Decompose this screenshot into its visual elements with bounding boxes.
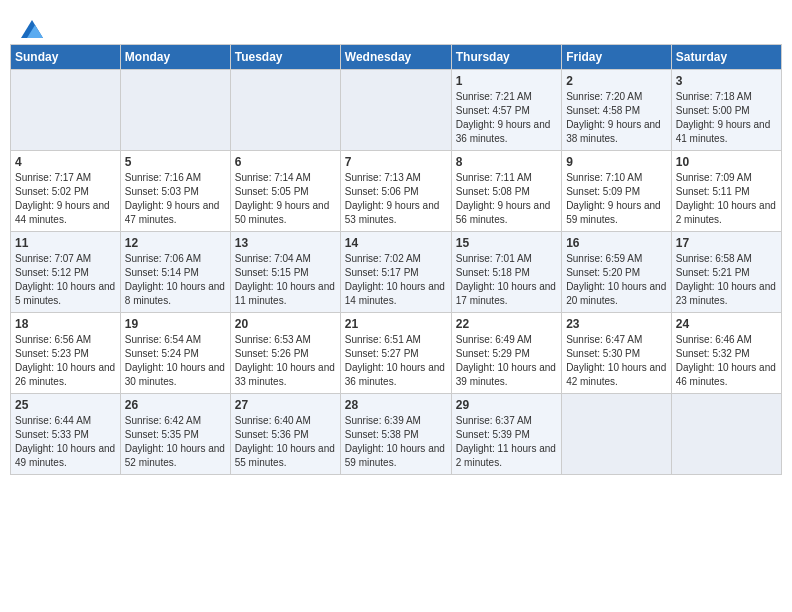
day-info: Sunrise: 7:07 AMSunset: 5:12 PMDaylight:… [15,252,116,308]
day-info: Sunrise: 6:47 AMSunset: 5:30 PMDaylight:… [566,333,667,389]
calendar-day-cell [11,70,121,151]
day-info: Sunrise: 6:46 AMSunset: 5:32 PMDaylight:… [676,333,777,389]
day-info: Sunrise: 7:01 AMSunset: 5:18 PMDaylight:… [456,252,557,308]
day-info: Sunrise: 7:16 AMSunset: 5:03 PMDaylight:… [125,171,226,227]
calendar-day-cell: 1Sunrise: 7:21 AMSunset: 4:57 PMDaylight… [451,70,561,151]
calendar-day-cell: 18Sunrise: 6:56 AMSunset: 5:23 PMDayligh… [11,313,121,394]
day-info: Sunrise: 6:53 AMSunset: 5:26 PMDaylight:… [235,333,336,389]
day-info: Sunrise: 6:58 AMSunset: 5:21 PMDaylight:… [676,252,777,308]
day-of-week-header: Sunday [11,45,121,70]
day-number: 16 [566,236,667,250]
day-number: 18 [15,317,116,331]
calendar-day-cell: 5Sunrise: 7:16 AMSunset: 5:03 PMDaylight… [120,151,230,232]
calendar-day-cell: 27Sunrise: 6:40 AMSunset: 5:36 PMDayligh… [230,394,340,475]
day-number: 3 [676,74,777,88]
logo-icon [21,20,43,38]
day-number: 25 [15,398,116,412]
calendar-day-cell: 4Sunrise: 7:17 AMSunset: 5:02 PMDaylight… [11,151,121,232]
calendar-day-cell: 24Sunrise: 6:46 AMSunset: 5:32 PMDayligh… [671,313,781,394]
calendar-day-cell: 15Sunrise: 7:01 AMSunset: 5:18 PMDayligh… [451,232,561,313]
day-number: 13 [235,236,336,250]
day-number: 28 [345,398,447,412]
day-info: Sunrise: 6:44 AMSunset: 5:33 PMDaylight:… [15,414,116,470]
calendar-day-cell [671,394,781,475]
day-of-week-header: Monday [120,45,230,70]
day-number: 4 [15,155,116,169]
day-number: 8 [456,155,557,169]
calendar-day-cell: 6Sunrise: 7:14 AMSunset: 5:05 PMDaylight… [230,151,340,232]
day-info: Sunrise: 6:49 AMSunset: 5:29 PMDaylight:… [456,333,557,389]
day-number: 17 [676,236,777,250]
calendar-day-cell [120,70,230,151]
calendar-day-cell: 17Sunrise: 6:58 AMSunset: 5:21 PMDayligh… [671,232,781,313]
day-info: Sunrise: 7:20 AMSunset: 4:58 PMDaylight:… [566,90,667,146]
day-number: 1 [456,74,557,88]
day-of-week-header: Wednesday [340,45,451,70]
calendar-week-row: 1Sunrise: 7:21 AMSunset: 4:57 PMDaylight… [11,70,782,151]
day-info: Sunrise: 7:13 AMSunset: 5:06 PMDaylight:… [345,171,447,227]
page-header [10,10,782,39]
calendar-day-cell [230,70,340,151]
day-number: 5 [125,155,226,169]
day-info: Sunrise: 6:40 AMSunset: 5:36 PMDaylight:… [235,414,336,470]
calendar-day-cell: 20Sunrise: 6:53 AMSunset: 5:26 PMDayligh… [230,313,340,394]
calendar-day-cell: 21Sunrise: 6:51 AMSunset: 5:27 PMDayligh… [340,313,451,394]
day-number: 20 [235,317,336,331]
day-of-week-header: Thursday [451,45,561,70]
day-number: 9 [566,155,667,169]
logo [20,20,43,34]
day-number: 15 [456,236,557,250]
calendar-day-cell: 14Sunrise: 7:02 AMSunset: 5:17 PMDayligh… [340,232,451,313]
day-of-week-header: Tuesday [230,45,340,70]
day-of-week-header: Friday [562,45,672,70]
day-info: Sunrise: 7:21 AMSunset: 4:57 PMDaylight:… [456,90,557,146]
calendar-day-cell: 19Sunrise: 6:54 AMSunset: 5:24 PMDayligh… [120,313,230,394]
calendar-day-cell: 22Sunrise: 6:49 AMSunset: 5:29 PMDayligh… [451,313,561,394]
day-info: Sunrise: 7:10 AMSunset: 5:09 PMDaylight:… [566,171,667,227]
day-number: 26 [125,398,226,412]
calendar-day-cell: 10Sunrise: 7:09 AMSunset: 5:11 PMDayligh… [671,151,781,232]
calendar-day-cell: 3Sunrise: 7:18 AMSunset: 5:00 PMDaylight… [671,70,781,151]
calendar-day-cell: 7Sunrise: 7:13 AMSunset: 5:06 PMDaylight… [340,151,451,232]
day-info: Sunrise: 7:09 AMSunset: 5:11 PMDaylight:… [676,171,777,227]
calendar-week-row: 18Sunrise: 6:56 AMSunset: 5:23 PMDayligh… [11,313,782,394]
calendar-day-cell: 26Sunrise: 6:42 AMSunset: 5:35 PMDayligh… [120,394,230,475]
day-number: 12 [125,236,226,250]
day-info: Sunrise: 7:18 AMSunset: 5:00 PMDaylight:… [676,90,777,146]
calendar-day-cell: 9Sunrise: 7:10 AMSunset: 5:09 PMDaylight… [562,151,672,232]
day-info: Sunrise: 6:59 AMSunset: 5:20 PMDaylight:… [566,252,667,308]
calendar-day-cell: 2Sunrise: 7:20 AMSunset: 4:58 PMDaylight… [562,70,672,151]
calendar-day-cell [340,70,451,151]
day-info: Sunrise: 7:11 AMSunset: 5:08 PMDaylight:… [456,171,557,227]
calendar-day-cell: 28Sunrise: 6:39 AMSunset: 5:38 PMDayligh… [340,394,451,475]
calendar-header-row: SundayMondayTuesdayWednesdayThursdayFrid… [11,45,782,70]
calendar-day-cell: 11Sunrise: 7:07 AMSunset: 5:12 PMDayligh… [11,232,121,313]
day-info: Sunrise: 6:54 AMSunset: 5:24 PMDaylight:… [125,333,226,389]
calendar-day-cell: 23Sunrise: 6:47 AMSunset: 5:30 PMDayligh… [562,313,672,394]
day-number: 14 [345,236,447,250]
calendar-day-cell: 13Sunrise: 7:04 AMSunset: 5:15 PMDayligh… [230,232,340,313]
day-number: 11 [15,236,116,250]
day-number: 2 [566,74,667,88]
day-number: 19 [125,317,226,331]
day-info: Sunrise: 6:51 AMSunset: 5:27 PMDaylight:… [345,333,447,389]
day-number: 27 [235,398,336,412]
calendar-table: SundayMondayTuesdayWednesdayThursdayFrid… [10,44,782,475]
calendar-week-row: 11Sunrise: 7:07 AMSunset: 5:12 PMDayligh… [11,232,782,313]
day-number: 24 [676,317,777,331]
day-info: Sunrise: 7:14 AMSunset: 5:05 PMDaylight:… [235,171,336,227]
day-number: 22 [456,317,557,331]
calendar-day-cell: 8Sunrise: 7:11 AMSunset: 5:08 PMDaylight… [451,151,561,232]
day-number: 23 [566,317,667,331]
day-number: 6 [235,155,336,169]
day-info: Sunrise: 6:42 AMSunset: 5:35 PMDaylight:… [125,414,226,470]
day-info: Sunrise: 7:02 AMSunset: 5:17 PMDaylight:… [345,252,447,308]
day-info: Sunrise: 6:56 AMSunset: 5:23 PMDaylight:… [15,333,116,389]
day-number: 21 [345,317,447,331]
calendar-day-cell: 29Sunrise: 6:37 AMSunset: 5:39 PMDayligh… [451,394,561,475]
calendar-day-cell: 25Sunrise: 6:44 AMSunset: 5:33 PMDayligh… [11,394,121,475]
calendar-day-cell: 16Sunrise: 6:59 AMSunset: 5:20 PMDayligh… [562,232,672,313]
day-number: 7 [345,155,447,169]
day-of-week-header: Saturday [671,45,781,70]
day-info: Sunrise: 6:37 AMSunset: 5:39 PMDaylight:… [456,414,557,470]
